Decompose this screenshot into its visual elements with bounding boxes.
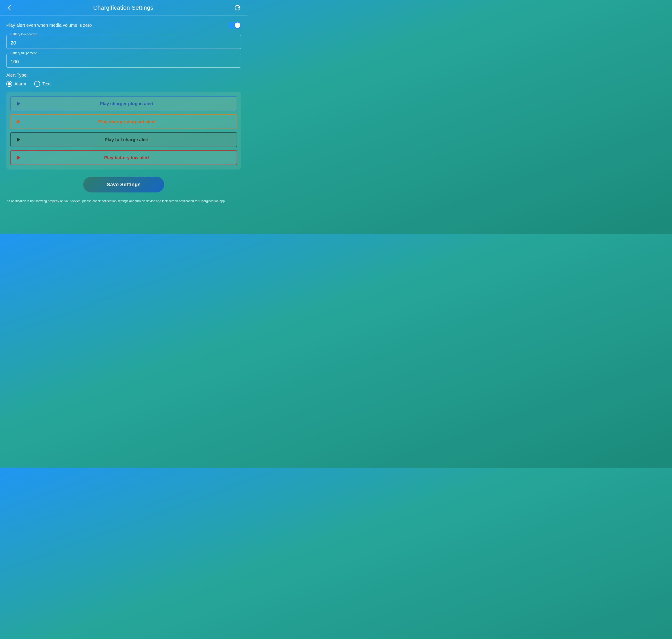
text-radio-label: Text — [42, 81, 50, 87]
battery-low-alert-label: Play battery low alert — [21, 155, 232, 160]
save-settings-button[interactable]: Save Settings — [83, 177, 164, 192]
alert-type-label: Alert Type: — [6, 73, 241, 78]
alarm-radio-circle — [6, 81, 12, 87]
battery-full-field-group: Battery full percent 100 — [6, 54, 241, 68]
alert-type-section: Alert Type: Alarm Text — [6, 73, 241, 87]
play-icon-plug-in — [16, 101, 21, 107]
text-radio-circle — [34, 81, 40, 87]
play-battery-low-alert-button[interactable]: Play battery low alert — [10, 150, 237, 165]
play-full-charge-alert-button[interactable]: Play full charge alert — [10, 132, 237, 147]
battery-low-field-group: Battery low percent 20 — [6, 35, 241, 49]
play-plug-out-alert-button[interactable]: Play charger plug out alert — [10, 114, 237, 129]
alarm-radio-label: Alarm — [14, 81, 26, 87]
play-icon-battery-low — [16, 155, 21, 160]
svg-marker-3 — [17, 138, 20, 142]
plug-in-alert-label: Play charger plug in alert — [21, 101, 232, 106]
full-charge-alert-label: Play full charge alert — [21, 137, 232, 142]
page-title: Chargification Settings — [93, 4, 153, 11]
svg-marker-1 — [17, 102, 20, 106]
toggle-thumb — [235, 22, 240, 28]
battery-low-label: Battery low percent — [10, 32, 38, 36]
play-icon-full-charge — [16, 137, 21, 143]
reset-button[interactable] — [234, 4, 241, 11]
media-volume-toggle-row: Play alert even when media volume is zer… — [6, 22, 241, 29]
svg-marker-2 — [17, 120, 20, 124]
battery-full-field[interactable]: Battery full percent 100 — [6, 54, 241, 68]
battery-low-field[interactable]: Battery low percent 20 — [6, 35, 241, 49]
back-button[interactable] — [6, 4, 13, 11]
alarm-radio-option[interactable]: Alarm — [6, 81, 26, 87]
battery-full-value: 100 — [11, 59, 237, 65]
battery-full-label: Battery full percent — [10, 51, 37, 55]
alert-type-radio-group: Alarm Text — [6, 81, 241, 87]
play-icon-plug-out — [16, 119, 21, 125]
media-volume-toggle[interactable] — [228, 22, 241, 29]
save-button-wrapper: Save Settings — [6, 177, 241, 192]
footer-note: *If notification is not showing properly… — [6, 199, 241, 203]
media-volume-label: Play alert even when media volume is zer… — [6, 23, 92, 28]
settings-content: Play alert even when media volume is zer… — [0, 16, 247, 209]
battery-low-value: 20 — [11, 40, 237, 46]
plug-out-alert-label: Play charger plug out alert — [21, 119, 232, 124]
text-radio-option[interactable]: Text — [34, 81, 50, 87]
alarm-radio-dot — [7, 82, 11, 85]
play-plug-in-alert-button[interactable]: Play charger plug in alert — [10, 96, 237, 111]
svg-marker-4 — [17, 156, 20, 160]
alert-buttons-container: Play charger plug in alert Play charger … — [6, 92, 241, 170]
header: Chargification Settings — [0, 0, 247, 16]
